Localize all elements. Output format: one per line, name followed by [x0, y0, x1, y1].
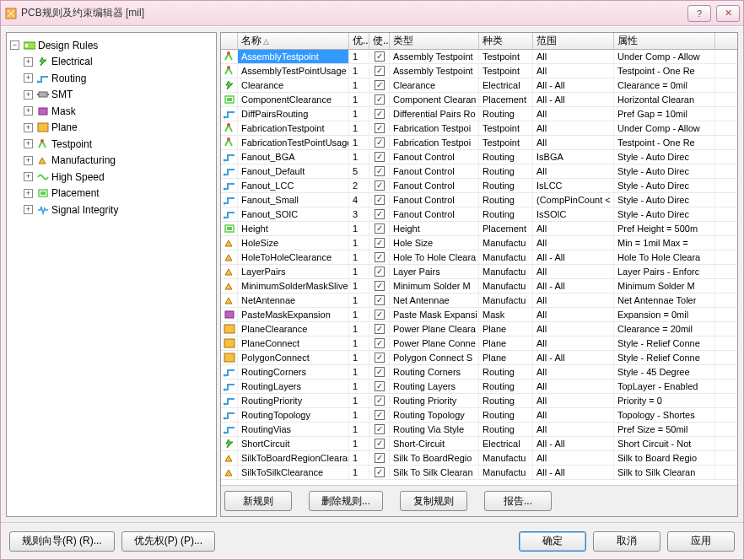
rule-name-cell[interactable]: RoutingCorners [238, 365, 349, 379]
rule-name-cell[interactable]: Fanout_LCC [238, 179, 349, 192]
rule-name-cell[interactable]: AssemblyTestpoint [238, 50, 349, 63]
rule-enabled-cell[interactable]: ✓ [369, 78, 390, 92]
rule-name-cell[interactable]: NetAntennae [238, 293, 349, 307]
close-button[interactable]: ✕ [716, 5, 740, 22]
rule-row[interactable]: PlaneConnect1✓Power Plane ConnePlaneAllS… [221, 337, 737, 351]
rule-name-cell[interactable]: Fanout_SOIC [238, 207, 349, 221]
tree-item[interactable]: +Mask [24, 104, 76, 119]
rule-name-cell[interactable]: RoutingTopology [238, 408, 349, 422]
rule-enabled-cell[interactable]: ✓ [369, 222, 390, 235]
checkbox-icon[interactable]: ✓ [375, 238, 385, 248]
rule-name-cell[interactable]: MinimumSolderMaskSliver [238, 279, 349, 293]
grid-body[interactable]: AssemblyTestpoint1✓Assembly TestpointTes… [221, 50, 737, 485]
rule-row[interactable]: RoutingVias1✓Routing Via StyleRoutingAll… [221, 423, 737, 437]
col-scope[interactable]: 范围 [533, 33, 614, 49]
rule-name-cell[interactable]: HoleSize [238, 236, 349, 250]
rule-row[interactable]: SilkToSilkClearance1✓Silk To Silk Cleara… [221, 466, 737, 480]
rule-enabled-cell[interactable]: ✓ [369, 265, 390, 278]
rule-name-cell[interactable]: PasteMaskExpansion [238, 308, 349, 321]
col-type[interactable]: 类型 [390, 33, 479, 49]
rule-enabled-cell[interactable]: ✓ [369, 437, 390, 450]
checkbox-icon[interactable]: ✓ [375, 338, 385, 348]
rule-row[interactable]: LayerPairs1✓Layer PairsManufactuAllLayer… [221, 265, 737, 279]
rule-row[interactable]: Height1✓HeightPlacementAllPref Height = … [221, 222, 737, 236]
expand-icon[interactable]: + [24, 156, 33, 165]
rules-tree-panel[interactable]: − Design Rules +Electrical+Routing+SMT+M… [6, 32, 217, 517]
rule-row[interactable]: Clearance1✓ClearanceElectricalAll - AllC… [221, 78, 737, 93]
rule-enabled-cell[interactable]: ✓ [369, 64, 390, 78]
rule-enabled-cell[interactable]: ✓ [369, 250, 390, 264]
checkbox-icon[interactable]: ✓ [375, 66, 385, 76]
expand-icon[interactable]: + [24, 57, 33, 67]
new-rule-button[interactable]: 新规则 [224, 491, 292, 511]
report-button[interactable]: 报告... [484, 491, 552, 511]
checkbox-icon[interactable]: ✓ [375, 209, 385, 219]
rule-row[interactable]: Fanout_BGA1✓Fanout ControlRoutingIsBGASt… [221, 150, 737, 164]
checkbox-icon[interactable]: ✓ [375, 381, 385, 391]
priority-button[interactable]: 优先权(P) (P)... [121, 531, 215, 552]
titlebar[interactable]: PCB规则及约束编辑器 [mil] ? ✕ [1, 1, 743, 26]
rule-enabled-cell[interactable]: ✓ [369, 50, 390, 63]
rule-row[interactable]: FabricationTestPointUsage1✓Fabrication T… [221, 136, 737, 150]
tree-item[interactable]: +Manufacturing [24, 153, 116, 168]
expand-icon[interactable]: + [24, 73, 33, 83]
rule-enabled-cell[interactable]: ✓ [369, 365, 390, 379]
rule-enabled-cell[interactable]: ✓ [369, 380, 390, 393]
rule-enabled-cell[interactable]: ✓ [369, 451, 390, 465]
rule-row[interactable]: PolygonConnect1✓Polygon Connect SPlaneAl… [221, 351, 737, 365]
rule-name-cell[interactable]: SilkToSilkClearance [238, 466, 349, 479]
checkbox-icon[interactable]: ✓ [375, 467, 385, 477]
rule-name-cell[interactable]: RoutingPriority [238, 394, 349, 407]
checkbox-icon[interactable]: ✓ [375, 123, 385, 133]
checkbox-icon[interactable]: ✓ [375, 109, 385, 119]
expand-icon[interactable]: + [24, 139, 33, 148]
checkbox-icon[interactable]: ✓ [375, 310, 385, 320]
rule-enabled-cell[interactable]: ✓ [369, 466, 390, 479]
rule-name-cell[interactable]: PlaneConnect [238, 337, 349, 350]
rule-enabled-cell[interactable]: ✓ [369, 337, 390, 350]
rule-row[interactable]: Fanout_LCC2✓Fanout ControlRoutingIsLCCSt… [221, 179, 737, 193]
rule-row[interactable]: FabricationTestpoint1✓Fabrication Testpo… [221, 121, 737, 136]
rule-row[interactable]: NetAntennae1✓Net AntennaeManufactuAllNet… [221, 293, 737, 308]
checkbox-icon[interactable]: ✓ [375, 166, 385, 176]
rule-name-cell[interactable]: PolygonConnect [238, 351, 349, 364]
rule-name-cell[interactable]: AssemblyTestPointUsage [238, 64, 349, 78]
rule-row[interactable]: RoutingCorners1✓Routing CornersRoutingAl… [221, 365, 737, 380]
col-attrs[interactable]: 属性 [614, 33, 715, 49]
rule-name-cell[interactable]: PlaneClearance [238, 322, 349, 336]
tree-item[interactable]: +Routing [24, 71, 86, 86]
ok-button[interactable]: 确定 [519, 531, 586, 552]
rule-row[interactable]: PasteMaskExpansion1✓Paste Mask ExpansiMa… [221, 308, 737, 322]
checkbox-icon[interactable]: ✓ [375, 353, 385, 363]
checkbox-icon[interactable]: ✓ [375, 152, 385, 162]
expand-icon[interactable]: + [24, 172, 33, 181]
rule-enabled-cell[interactable]: ✓ [369, 351, 390, 364]
rule-enabled-cell[interactable]: ✓ [369, 236, 390, 250]
cancel-button[interactable]: 取消 [593, 531, 660, 552]
rule-name-cell[interactable]: Fanout_Small [238, 193, 349, 207]
apply-button[interactable]: 应用 [667, 531, 735, 552]
tree-item[interactable]: +Testpoint [24, 137, 92, 152]
col-enabled[interactable]: 使... [369, 33, 390, 49]
rule-enabled-cell[interactable]: ✓ [369, 107, 390, 121]
grid-header[interactable]: 名称△ 优... 使... 类型 种类 范围 属性 [221, 33, 737, 50]
rule-row[interactable]: AssemblyTestPointUsage1✓Assembly Testpoi… [221, 64, 737, 78]
rule-row[interactable]: Fanout_SOIC3✓Fanout ControlRoutingIsSOIC… [221, 207, 737, 222]
col-icon[interactable] [221, 33, 238, 49]
delete-rule-button[interactable]: 删除规则... [309, 491, 383, 511]
rule-row[interactable]: SilkToBoardRegionClearan1✓Silk To BoardR… [221, 451, 737, 466]
copy-rule-button[interactable]: 复制规则 [400, 491, 467, 511]
rule-enabled-cell[interactable]: ✓ [369, 136, 390, 149]
checkbox-icon[interactable]: ✓ [375, 223, 385, 234]
rule-name-cell[interactable]: RoutingLayers [238, 380, 349, 393]
rule-name-cell[interactable]: Clearance [238, 78, 349, 92]
checkbox-icon[interactable]: ✓ [375, 453, 385, 463]
help-button[interactable]: ? [687, 5, 711, 22]
rule-row[interactable]: MinimumSolderMaskSliver1✓Minimum Solder … [221, 279, 737, 293]
checkbox-icon[interactable]: ✓ [375, 80, 385, 90]
rule-row[interactable]: RoutingPriority1✓Routing PriorityRouting… [221, 394, 737, 408]
rule-name-cell[interactable]: Fanout_Default [238, 164, 349, 178]
col-priority[interactable]: 优... [349, 33, 369, 49]
checkbox-icon[interactable]: ✓ [375, 51, 385, 62]
checkbox-icon[interactable]: ✓ [375, 295, 385, 305]
